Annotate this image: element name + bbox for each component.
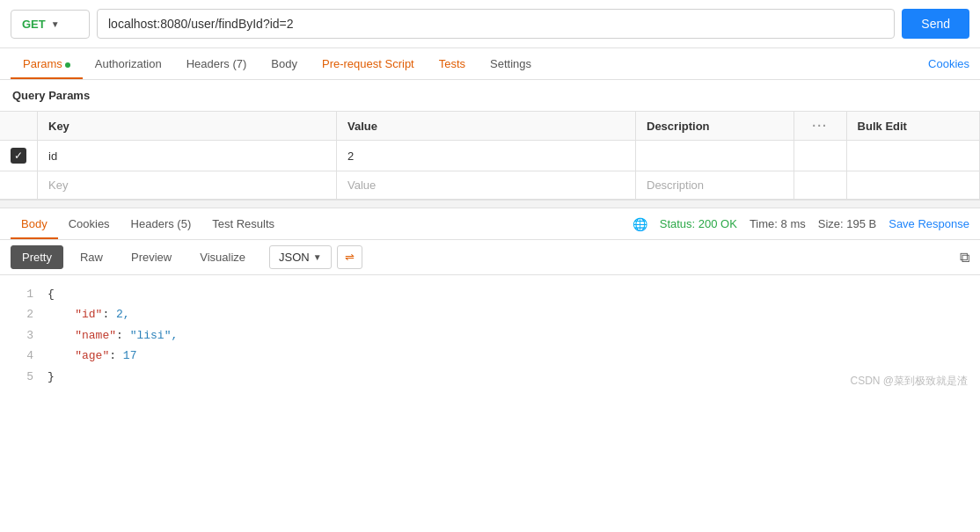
filter-icon: ⇌ [345, 251, 355, 264]
line-num-5: 5 [12, 367, 33, 387]
tab-prerequest[interactable]: Pre-request Script [310, 48, 427, 79]
url-input[interactable] [97, 9, 895, 39]
line-num-3: 3 [12, 325, 33, 346]
method-label: GET [22, 18, 46, 31]
dots-icon: ··· [812, 119, 828, 133]
table-header-key: Key [38, 112, 337, 141]
table-header-actions: ··· [794, 112, 846, 141]
empty-actions-cell [794, 171, 846, 200]
json-line-5: 5} [12, 367, 968, 387]
json-open-bracket: { [48, 288, 55, 301]
row-key-value: id [48, 149, 57, 163]
row-value-cell[interactable]: 2 [337, 141, 636, 171]
json-format-dropdown[interactable]: JSON ▼ [269, 245, 332, 269]
query-params-header: Query Params [0, 80, 980, 111]
cookies-link[interactable]: Cookies [928, 48, 969, 79]
row-checkbox-cell[interactable]: ✓ [0, 141, 38, 171]
row-value-value: 2 [347, 149, 354, 163]
empty-key-cell[interactable]: Key [38, 171, 337, 200]
json-line-4: 4 "age": 17 [12, 346, 968, 366]
row-extra-cell [846, 141, 979, 171]
response-tabs-bar: Body Cookies Headers (5) Test Results 🌐 … [0, 208, 980, 240]
response-tab-body[interactable]: Body [11, 208, 58, 239]
json-key-name: "name" [48, 329, 116, 342]
filter-icon-btn[interactable]: ⇌ [337, 245, 362, 269]
tab-settings[interactable]: Settings [478, 48, 544, 79]
line-num-2: 2 [12, 304, 33, 324]
empty-desc-cell[interactable]: Description [636, 171, 794, 200]
save-response-link[interactable]: Save Response [889, 217, 969, 230]
response-section: Body Cookies Headers (5) Test Results 🌐 … [0, 208, 980, 396]
checkbox-checked-icon[interactable]: ✓ [11, 148, 26, 164]
tab-tests-label: Tests [439, 57, 465, 70]
json-sep-id: : [102, 308, 116, 321]
json-key-age: "age" [48, 349, 109, 362]
table-header-description: Description [636, 112, 794, 141]
tab-authorization-label: Authorization [95, 57, 162, 70]
copy-icon-btn[interactable]: ⧉ [960, 250, 969, 266]
json-close-bracket: } [48, 370, 55, 383]
tab-params[interactable]: Params [11, 48, 83, 79]
tab-params-label: Params [23, 57, 62, 70]
value-placeholder: Value [347, 179, 376, 192]
table-header-checkbox [0, 112, 38, 141]
tab-body-label: Body [271, 57, 297, 70]
line-num-4: 4 [12, 346, 33, 366]
json-line-3: 3 "name": "lisi", [12, 325, 968, 346]
response-status: Status: 200 OK [660, 217, 737, 230]
method-select[interactable]: GET ▼ [11, 10, 90, 39]
format-pretty-btn[interactable]: Pretty [11, 245, 63, 269]
line-num-1: 1 [12, 284, 33, 304]
empty-extra-cell [846, 171, 979, 200]
method-chevron-icon: ▼ [51, 19, 60, 29]
json-val-id: 2, [116, 308, 130, 321]
response-tab-cookies[interactable]: Cookies [58, 208, 121, 239]
json-line-2: 2 "id": 2, [12, 304, 968, 324]
response-tab-test-results-label: Test Results [212, 217, 274, 230]
format-visualize-btn[interactable]: Visualize [188, 245, 257, 269]
send-button[interactable]: Send [902, 9, 969, 39]
tab-prerequest-label: Pre-request Script [322, 57, 414, 70]
globe-icon: 🌐 [633, 217, 647, 231]
table-empty-row: Key Value Description [0, 171, 980, 200]
params-table: Key Value Description ··· Bulk Edit ✓ id… [0, 111, 980, 200]
table-header-bulk-edit[interactable]: Bulk Edit [846, 112, 979, 141]
desc-placeholder: Description [647, 179, 704, 192]
format-bar: Pretty Raw Preview Visualize JSON ▼ ⇌ ⧉ [0, 240, 980, 275]
row-actions-cell [794, 141, 846, 171]
format-preview-btn[interactable]: Preview [120, 245, 183, 269]
tab-authorization[interactable]: Authorization [83, 48, 174, 79]
response-tab-body-label: Body [21, 217, 48, 230]
tab-body[interactable]: Body [259, 48, 310, 79]
format-raw-btn[interactable]: Raw [69, 245, 114, 269]
response-tab-headers[interactable]: Headers (5) [121, 208, 202, 239]
response-size: Size: 195 B [818, 217, 877, 230]
json-val-age: 17 [123, 349, 137, 362]
tab-headers-label: Headers (7) [186, 57, 247, 70]
json-key-id: "id" [48, 308, 102, 321]
response-tab-headers-label: Headers (5) [131, 217, 192, 230]
response-tab-test-results[interactable]: Test Results [201, 208, 285, 239]
row-description-cell[interactable] [636, 141, 794, 171]
response-status-area: 🌐 Status: 200 OK Time: 8 ms Size: 195 B … [633, 217, 969, 231]
json-sep-name: : [116, 329, 130, 342]
request-tabs-bar: Params Authorization Headers (7) Body Pr… [0, 48, 980, 80]
row-key-cell[interactable]: id [38, 141, 337, 171]
copy-icon: ⧉ [960, 250, 969, 265]
json-sep-age: : [109, 349, 123, 362]
tab-headers[interactable]: Headers (7) [174, 48, 260, 79]
json-line-1: 1{ [12, 284, 968, 304]
empty-value-cell[interactable]: Value [337, 171, 636, 200]
tab-settings-label: Settings [490, 57, 531, 70]
dropdown-chevron-icon: ▼ [313, 252, 322, 262]
table-row: ✓ id 2 [0, 141, 980, 171]
format-dropdown-label: JSON [279, 251, 310, 264]
empty-checkbox-cell [0, 171, 38, 200]
watermark: CSDN @菜到极致就是渣 [850, 374, 968, 389]
url-bar: GET ▼ Send [0, 0, 980, 48]
key-placeholder: Key [48, 179, 68, 192]
table-header-value: Value [337, 112, 636, 141]
tab-tests[interactable]: Tests [427, 48, 478, 79]
params-dot [65, 62, 70, 68]
json-viewer: 1{ 2 "id": 2, 3 "name": "lisi", 4 "age":… [0, 275, 980, 396]
